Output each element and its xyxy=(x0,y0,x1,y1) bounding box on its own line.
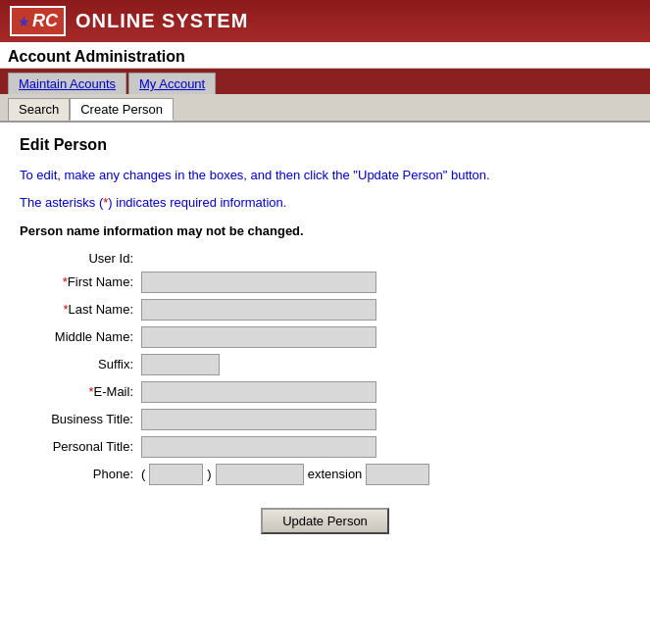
section-note: Person name information may not be chang… xyxy=(20,223,630,238)
middle-name-label: Middle Name: xyxy=(20,323,137,351)
email-cell xyxy=(137,378,630,406)
email-row: *E-Mail: xyxy=(20,378,630,406)
personal-title-input[interactable] xyxy=(141,436,376,458)
phone-area: ( ) extension xyxy=(141,464,626,485)
user-id-label: User Id: xyxy=(20,248,137,269)
suffix-cell xyxy=(137,351,630,378)
page-title: Edit Person xyxy=(20,136,630,154)
tab-my-account[interactable]: My Account xyxy=(128,73,216,94)
first-name-required-star: * xyxy=(63,274,68,289)
required-note: The asterisks (*) indicates required inf… xyxy=(20,195,630,210)
last-name-cell xyxy=(137,296,630,323)
personal-title-row: Personal Title: xyxy=(20,433,630,461)
email-required-star: * xyxy=(88,384,93,399)
account-admin-bar: Account Administration xyxy=(0,42,650,69)
user-id-row: User Id: xyxy=(20,248,630,269)
required-note-suffix: ) indicates required information. xyxy=(108,195,286,210)
account-admin-title: Account Administration xyxy=(8,48,185,65)
email-input[interactable] xyxy=(141,381,376,403)
phone-row: Phone: ( ) extension xyxy=(20,461,630,488)
suffix-row: Suffix: xyxy=(20,351,630,378)
suffix-input[interactable] xyxy=(141,354,220,375)
first-name-cell xyxy=(137,269,630,296)
nav-tabs-bar: Maintain Acounts My Account xyxy=(0,69,650,94)
first-name-row: *First Name: xyxy=(20,269,630,296)
form-table: User Id: *First Name: *Last Name: Middle… xyxy=(20,248,630,488)
required-note-prefix: The asterisks ( xyxy=(20,195,103,210)
last-name-input[interactable] xyxy=(141,299,376,321)
user-id-cell xyxy=(137,248,630,269)
header: ★ RC Online System xyxy=(0,0,650,42)
button-row: Update Person xyxy=(20,508,630,534)
phone-close-paren: ) xyxy=(207,467,211,481)
business-title-row: Business Title: xyxy=(20,406,630,433)
business-title-cell xyxy=(137,406,630,433)
phone-number-input[interactable] xyxy=(216,464,304,485)
update-person-button[interactable]: Update Person xyxy=(261,508,389,534)
business-title-input[interactable] xyxy=(141,409,376,430)
sub-tab-search[interactable]: Search xyxy=(8,98,70,121)
personal-title-label: Personal Title: xyxy=(20,433,137,461)
tab-maintain-accounts[interactable]: Maintain Acounts xyxy=(8,73,126,94)
email-label: *E-Mail: xyxy=(20,378,137,406)
middle-name-cell xyxy=(137,323,630,351)
last-name-row: *Last Name: xyxy=(20,296,630,323)
logo-star: ★ xyxy=(18,14,30,29)
logo: ★ RC xyxy=(10,6,66,36)
last-name-required-star: * xyxy=(63,302,68,317)
personal-title-cell xyxy=(137,433,630,461)
header-title: Online System xyxy=(75,10,248,32)
phone-cell: ( ) extension xyxy=(137,461,630,488)
phone-open-paren: ( xyxy=(141,467,145,481)
last-name-label: *Last Name: xyxy=(20,296,137,323)
first-name-label: *First Name: xyxy=(20,269,137,296)
sub-tab-create-person[interactable]: Create Person xyxy=(70,98,174,121)
middle-name-input[interactable] xyxy=(141,326,376,348)
phone-extension-input[interactable] xyxy=(366,464,429,485)
logo-letters: RC xyxy=(32,11,58,31)
phone-label: Phone: xyxy=(20,461,137,488)
extension-label: extension xyxy=(308,467,363,481)
phone-area-code-input[interactable] xyxy=(149,464,203,485)
main-content: Edit Person To edit, make any changes in… xyxy=(0,123,650,554)
suffix-label: Suffix: xyxy=(20,351,137,378)
first-name-input[interactable] xyxy=(141,272,376,293)
middle-name-row: Middle Name: xyxy=(20,323,630,351)
sub-tabs-bar: Search Create Person xyxy=(0,94,650,123)
info-text: To edit, make any changes in the boxes, … xyxy=(20,166,630,185)
business-title-label: Business Title: xyxy=(20,406,137,433)
